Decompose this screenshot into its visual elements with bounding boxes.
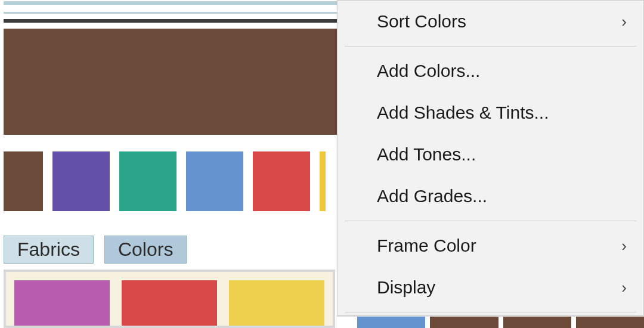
menu-add-grades[interactable]: Add Grades... xyxy=(338,175,643,217)
menu-label: Frame Color xyxy=(377,236,476,256)
divider xyxy=(4,1,337,5)
palette-row xyxy=(0,151,337,211)
color-chip[interactable] xyxy=(14,280,110,328)
menu-add-colors[interactable]: Add Colors... xyxy=(338,50,643,92)
tab-fabrics[interactable]: Fabrics xyxy=(4,236,94,264)
color-swatch[interactable] xyxy=(186,151,243,211)
menu-display[interactable]: Display › xyxy=(338,267,643,308)
color-swatch[interactable] xyxy=(253,151,310,211)
menu-add-tones[interactable]: Add Tones... xyxy=(338,134,643,175)
menu-label: Add Colors... xyxy=(377,61,480,81)
background-strip xyxy=(337,315,644,328)
context-menu: Sort Colors › Add Colors... Add Shades &… xyxy=(337,0,644,328)
color-chip[interactable] xyxy=(122,280,217,328)
color-chip[interactable] xyxy=(229,280,324,328)
chevron-right-icon: › xyxy=(621,279,627,297)
color-workspace: Fabrics Colors xyxy=(0,0,337,328)
divider xyxy=(4,12,337,14)
color-swatch[interactable] xyxy=(119,151,177,211)
tab-colors[interactable]: Colors xyxy=(104,236,187,264)
selected-color-swatch[interactable] xyxy=(4,29,337,135)
divider xyxy=(4,19,337,23)
color-swatch[interactable] xyxy=(320,151,326,211)
menu-label: Display xyxy=(377,277,435,298)
menu-separator xyxy=(345,312,636,312)
color-chip-strip xyxy=(4,270,335,328)
chevron-right-icon: › xyxy=(621,13,627,31)
color-chip[interactable] xyxy=(503,317,571,328)
chevron-right-icon: › xyxy=(621,237,627,255)
menu-add-shades-tints[interactable]: Add Shades & Tints... xyxy=(338,92,643,134)
menu-sort-colors[interactable]: Sort Colors › xyxy=(338,1,643,42)
menu-separator xyxy=(345,221,636,221)
menu-label: Sort Colors xyxy=(377,11,466,32)
color-chip[interactable] xyxy=(576,317,644,328)
color-swatch[interactable] xyxy=(4,151,43,211)
color-swatch[interactable] xyxy=(52,151,110,211)
menu-separator xyxy=(345,46,636,47)
color-chip[interactable] xyxy=(357,317,425,328)
menu-label: Add Grades... xyxy=(377,186,487,206)
color-chip[interactable] xyxy=(430,317,498,328)
menu-frame-color[interactable]: Frame Color › xyxy=(338,225,643,267)
menu-label: Add Shades & Tints... xyxy=(377,103,549,123)
tab-bar: Fabrics Colors xyxy=(4,236,187,264)
menu-label: Add Tones... xyxy=(377,144,476,165)
